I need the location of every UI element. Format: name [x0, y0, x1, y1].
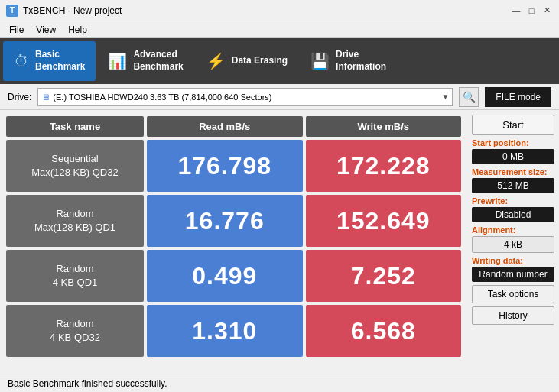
alignment-section: Alignment: 4 kB	[472, 225, 554, 253]
prewrite-value: Disabled	[472, 207, 554, 222]
measurement-size-label: Measurement size:	[472, 167, 554, 177]
table-header: Task name Read mB/s Write mB/s	[6, 116, 461, 137]
writing-data-label: Writing data:	[472, 256, 554, 265]
prewrite-label: Prewrite:	[472, 196, 554, 206]
toolbar: ⏱ BasicBenchmark 📊 AdvancedBenchmark ⚡ D…	[0, 38, 559, 84]
advanced-benchmark-icon: 📊	[108, 52, 127, 70]
row-label-2: Random4 KB QD1	[6, 250, 144, 302]
drive-select[interactable]: 🖥 (E:) TOSHIBA HDWD240 3.63 TB (7,814,00…	[37, 88, 453, 106]
start-button[interactable]: Start	[472, 115, 554, 135]
start-position-value: 0 MB	[472, 149, 554, 164]
table-row: Random4 KB QD32 1.310 6.568	[6, 305, 461, 357]
alignment-value: 4 kB	[472, 236, 554, 253]
title-bar-left: T TxBENCH - New project	[6, 5, 122, 17]
row-read-1: 16.776	[147, 195, 303, 247]
close-button[interactable]: ✕	[541, 5, 553, 17]
drive-select-text: (E:) TOSHIBA HDWD240 3.63 TB (7,814,000,…	[53, 92, 271, 102]
toolbar-data-erasing[interactable]: ⚡ Data Erasing	[196, 41, 298, 81]
history-button[interactable]: History	[472, 306, 554, 325]
maximize-button[interactable]: □	[525, 5, 538, 17]
data-erasing-label: Data Erasing	[232, 55, 288, 67]
col-header-read: Read mB/s	[147, 116, 303, 137]
row-label-0: SequentialMax(128 KB) QD32	[6, 140, 144, 192]
row-read-3: 1.310	[147, 305, 303, 357]
drive-bar: Drive: 🖥 (E:) TOSHIBA HDWD240 3.63 TB (7…	[0, 84, 559, 110]
toolbar-basic-benchmark[interactable]: ⏱ BasicBenchmark	[3, 41, 96, 81]
app-icon: T	[6, 5, 18, 17]
main-area: Drive: 🖥 (E:) TOSHIBA HDWD240 3.63 TB (7…	[0, 84, 559, 392]
benchmark-rows: SequentialMax(128 KB) QD32 176.798 172.2…	[6, 140, 461, 357]
basic-benchmark-icon: ⏱	[14, 53, 29, 70]
status-message: Basic Benchmark finished successfully.	[8, 378, 167, 389]
start-position-label: Start position:	[472, 138, 554, 147]
status-bar: Basic Benchmark finished successfully.	[0, 374, 559, 392]
menu-file[interactable]: File	[3, 23, 30, 37]
menu-view[interactable]: View	[30, 23, 62, 37]
task-options-button[interactable]: Task options	[472, 285, 554, 303]
measurement-size-section: Measurement size: 512 MB	[472, 167, 554, 193]
row-label-3: Random4 KB QD32	[6, 305, 144, 357]
drive-dropdown-arrow: ▼	[441, 92, 449, 101]
col-header-task: Task name	[6, 116, 144, 137]
content-area: Task name Read mB/s Write mB/s Sequentia…	[0, 110, 559, 374]
row-write-2: 7.252	[306, 250, 462, 302]
writing-data-value: Random number	[472, 267, 554, 282]
minimize-button[interactable]: —	[510, 5, 522, 17]
drive-information-label: DriveInformation	[336, 49, 386, 73]
title-bar-controls: — □ ✕	[510, 5, 553, 17]
table-row: SequentialMax(128 KB) QD32 176.798 172.2…	[6, 140, 461, 192]
drive-icon: 🖥	[41, 92, 50, 102]
table-row: RandomMax(128 KB) QD1 16.776 152.649	[6, 195, 461, 247]
writing-data-section: Writing data: Random number	[472, 256, 554, 282]
row-write-0: 172.228	[306, 140, 462, 192]
toolbar-drive-information[interactable]: 💾 DriveInformation	[300, 41, 397, 81]
prewrite-section: Prewrite: Disabled	[472, 196, 554, 222]
measurement-size-value: 512 MB	[472, 178, 554, 193]
row-write-3: 6.568	[306, 305, 462, 357]
right-panel: Start Start position: 0 MB Measurement s…	[467, 110, 559, 374]
alignment-label: Alignment:	[472, 225, 554, 235]
drive-information-icon: 💾	[310, 52, 330, 70]
menu-help[interactable]: Help	[62, 23, 93, 37]
col-header-write: Write mB/s	[306, 116, 462, 137]
benchmark-area: Task name Read mB/s Write mB/s Sequentia…	[0, 110, 467, 374]
drive-label: Drive:	[8, 92, 31, 102]
row-write-1: 152.649	[306, 195, 462, 247]
basic-benchmark-label: BasicBenchmark	[35, 49, 85, 73]
title-bar-title: TxBENCH - New project	[23, 5, 122, 16]
row-label-1: RandomMax(128 KB) QD1	[6, 195, 144, 247]
menu-bar: File View Help	[0, 21, 559, 38]
start-position-section: Start position: 0 MB	[472, 138, 554, 164]
file-mode-button[interactable]: FILE mode	[485, 87, 551, 107]
table-row: Random4 KB QD1 0.499 7.252	[6, 250, 461, 302]
advanced-benchmark-label: AdvancedBenchmark	[133, 49, 183, 73]
drive-refresh-button[interactable]: 🔍	[459, 87, 479, 107]
row-read-0: 176.798	[147, 140, 303, 192]
row-read-2: 0.499	[147, 250, 303, 302]
toolbar-advanced-benchmark[interactable]: 📊 AdvancedBenchmark	[97, 41, 193, 81]
title-bar: T TxBENCH - New project — □ ✕	[0, 0, 559, 21]
data-erasing-icon: ⚡	[206, 52, 226, 70]
